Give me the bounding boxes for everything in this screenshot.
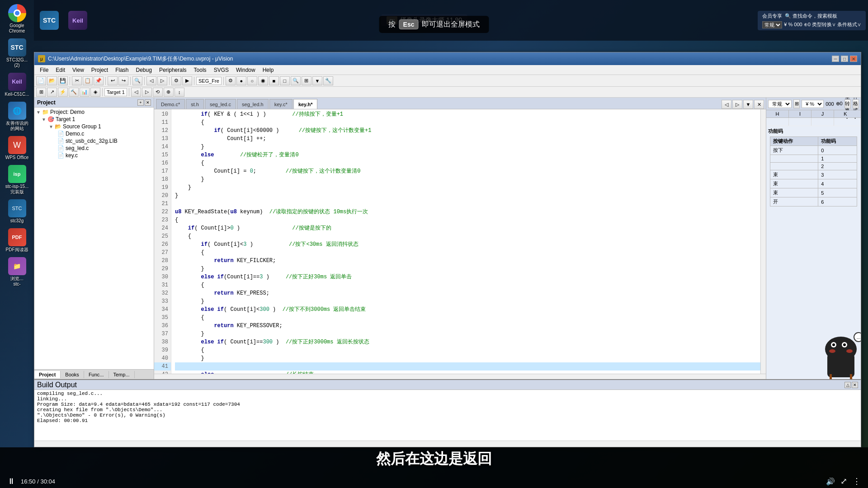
menu-file[interactable]: File — [36, 66, 52, 74]
tree-target[interactable]: ▼ 🎯 Target 1 — [34, 116, 154, 123]
menu-svgs[interactable]: SVGS — [210, 66, 232, 74]
tree-file-key[interactable]: 📄 key.c — [34, 152, 154, 159]
toolbar-r5[interactable]: □ — [280, 76, 290, 85]
tree-file-lib[interactable]: 📄 stc_usb_cdc_32g.LIB — [34, 137, 154, 145]
toolbar2-t1[interactable]: ◁ — [131, 88, 141, 97]
tab-scroll-left[interactable]: ◁ — [722, 100, 731, 109]
tab-democ[interactable]: Demo.c* — [156, 99, 185, 109]
menu-tools[interactable]: Tools — [190, 66, 210, 74]
desktop-icon-website[interactable]: 🌐 友善传说的的网站 — [1, 100, 33, 133]
rs-btn1[interactable]: ⊞ — [793, 99, 800, 108]
toolbar-debug[interactable]: ▶ — [182, 76, 192, 85]
code-hscroll[interactable] — [154, 374, 766, 379]
menu-edit[interactable]: Edit — [52, 66, 69, 74]
tab-close[interactable]: ✕ — [754, 100, 764, 109]
toolbar2-t5[interactable]: ↕ — [175, 88, 184, 97]
taskbar-keil[interactable]: Keil — [65, 9, 91, 32]
toolbar-b1[interactable]: ◁ — [146, 76, 156, 85]
toolbar-menu[interactable]: ▼ — [312, 76, 322, 85]
tab-segledc[interactable]: seg_led.c — [205, 99, 236, 109]
toolbar-r4[interactable]: ■ — [269, 76, 279, 85]
toolbar-build[interactable]: ⚙ — [171, 76, 181, 85]
menu-flash[interactable]: Flash — [112, 66, 132, 74]
desktop-icon-keil[interactable]: Keil Keil-C51C... — [1, 71, 33, 99]
tab-dropdown[interactable]: ▼ — [743, 100, 753, 109]
rs-dropdown-2[interactable]: ¥ % — [802, 100, 824, 108]
toolbar2-t4[interactable]: ⊕ — [164, 88, 174, 97]
toolbar-b2[interactable]: ▷ — [157, 76, 167, 85]
toolbar-cut[interactable]: ✂ — [72, 76, 82, 85]
rs-dropdown-1[interactable]: 常规 — [768, 100, 792, 108]
toolbar-new[interactable]: 📄 — [36, 76, 46, 85]
toolbar-redo[interactable]: ↪ — [118, 76, 128, 85]
toolbar-r2[interactable]: ○ — [247, 76, 257, 85]
desktop-icon-browse[interactable]: 📁 浏览...stc- — [1, 255, 33, 289]
build-panel-expand[interactable]: △ — [844, 382, 851, 388]
tab-keyc[interactable]: key.c* — [269, 99, 292, 109]
build-content[interactable]: compiling seg_led.c... linking... Progra… — [34, 390, 861, 441]
desktop-icon-stc32g[interactable]: STC STC32G...(2) — [1, 37, 33, 70]
menu-window[interactable]: Window — [232, 66, 259, 74]
toolbar-paste[interactable]: 📌 — [94, 76, 104, 85]
tab-scroll-right[interactable]: ▷ — [732, 100, 742, 109]
toolbar-save[interactable]: 💾 — [58, 76, 68, 85]
toolbar2-b5[interactable]: 📊 — [80, 88, 90, 97]
build-panel-close[interactable]: ✕ — [852, 382, 858, 388]
tree-source-group[interactable]: ▼ 📂 Source Group 1 — [34, 123, 154, 130]
pause-button[interactable]: ⏸ — [7, 477, 15, 486]
menu-project[interactable]: Project — [88, 66, 112, 74]
panel-close-btn[interactable]: ✕ — [145, 99, 151, 106]
desktop-icon-stcisp[interactable]: isp stc-isp-15...完装版 — [1, 163, 33, 197]
toolbar2-b3[interactable]: ⚡ — [58, 88, 68, 97]
toolbar-find[interactable]: 🔍 — [132, 76, 142, 85]
panel-expand-btn[interactable]: + — [137, 99, 144, 106]
volume-button[interactable]: 🔊 — [826, 476, 835, 486]
panel-tab-func[interactable]: Func... — [84, 371, 109, 378]
code-content[interactable]: if( KEY & ( 1<<i ) ) //持续按下，变量+1 { if( C… — [171, 109, 760, 374]
rs-type-convert[interactable]: 类型转换∨ — [844, 99, 851, 108]
tab-segled-h[interactable]: seg_led.h — [237, 99, 269, 109]
toolbar-undo[interactable]: ↩ — [108, 76, 118, 85]
toolbar-settings[interactable]: ⚙ — [226, 76, 236, 85]
panel-tab-project[interactable]: Project — [34, 371, 61, 378]
toolbar-r1[interactable]: ● — [236, 76, 246, 85]
tab-sth[interactable]: st.h — [186, 99, 204, 109]
toolbar-copy[interactable]: 📋 — [83, 76, 93, 85]
toolbar2-b4[interactable]: 🔨 — [69, 88, 79, 97]
toolbar2-b1[interactable]: ⊞ — [36, 88, 46, 97]
panel-tab-temp[interactable]: Temp... — [109, 371, 135, 378]
build-hscroll[interactable] — [34, 441, 861, 447]
tree-file-demo[interactable]: 📄 Demo.c — [34, 130, 154, 137]
tab-keyh[interactable]: key.h* — [293, 99, 318, 109]
menu-view[interactable]: View — [69, 66, 88, 74]
panel-tab-books[interactable]: Books — [61, 371, 84, 378]
toolbar2-b6[interactable]: ◈ — [90, 88, 100, 97]
maximize-button[interactable]: □ — [841, 56, 848, 62]
code-editor[interactable]: 10 11 12 13 14 15 16 17 18 19 20 21 22 2… — [154, 109, 766, 374]
toolbar2-b2[interactable]: ↗ — [47, 88, 57, 97]
toolbar-r3[interactable]: ◉ — [258, 76, 268, 85]
toolbar-open[interactable]: 📂 — [47, 76, 57, 85]
toolbar-wrench[interactable]: 🔧 — [323, 76, 333, 85]
taskbar-stc32g[interactable]: STC — [36, 9, 62, 32]
toolbar2-t2[interactable]: ▷ — [142, 88, 152, 97]
toolbar-extra[interactable]: ⊞ — [302, 76, 311, 85]
desktop-icon-chrome[interactable]: GoogleChrome — [1, 2, 33, 36]
menu-peripherals[interactable]: Peripherals — [156, 66, 190, 74]
menu-help[interactable]: Help — [259, 66, 278, 74]
rs-cond-format[interactable]: 条件格式∨ — [853, 99, 859, 108]
settings-video-button[interactable]: ⋮ — [853, 476, 861, 486]
close-button[interactable]: ✕ — [850, 56, 857, 62]
tree-project-root[interactable]: ▼ 📁 Project: Demo — [34, 108, 154, 116]
toolbar2-t3[interactable]: ⟲ — [153, 88, 163, 97]
tree-file-segled[interactable]: 📄 seg_led.c — [34, 145, 154, 152]
desktop-icon-stc32g2[interactable]: STC stc32g — [1, 197, 33, 225]
desktop-icon-pdf[interactable]: PDF PDF阅读器 — [1, 226, 33, 254]
minimize-button[interactable]: ─ — [832, 56, 839, 62]
fullscreen-expand-button[interactable]: ⤢ — [840, 476, 847, 486]
taskbar-dropdown[interactable]: 常规 — [762, 21, 782, 28]
menu-debug[interactable]: Debug — [132, 66, 156, 74]
v-scrollbar[interactable] — [760, 109, 766, 374]
toolbar-zoom[interactable]: 🔍 — [291, 76, 301, 85]
desktop-icon-wps[interactable]: W WPS Office — [1, 134, 33, 162]
